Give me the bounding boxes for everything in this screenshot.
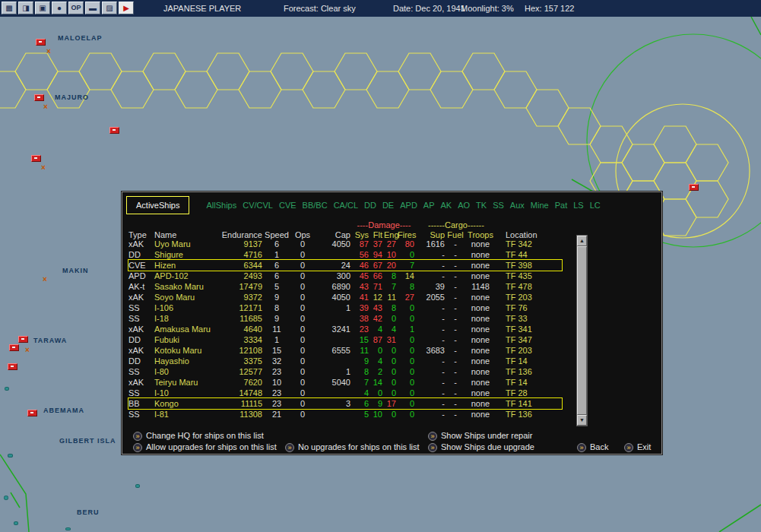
tab-cve[interactable]: CVE: [279, 201, 296, 210]
ship-row-apd-102[interactable]: APDAPD-1022493603004566814--noneTF 435: [128, 271, 562, 281]
unit-counter[interactable]: [27, 410, 37, 416]
tab-bb-bc[interactable]: BB/BC: [303, 201, 328, 210]
exit-button[interactable]: » Exit: [624, 442, 651, 452]
cell-ops: 0: [290, 271, 315, 281]
save-icon[interactable]: ◨: [18, 2, 33, 14]
cell-flt: 71: [370, 281, 384, 292]
ship-row-kotoku-maru[interactable]: xAKKotoku Maru121081506555110003683-none…: [128, 345, 562, 356]
cell-eng: 0: [384, 313, 398, 324]
units-icon[interactable]: ▩: [2, 2, 17, 14]
tab-ak[interactable]: AK: [441, 201, 452, 210]
island: [4, 496, 8, 500]
play-icon[interactable]: ▶: [119, 2, 134, 14]
tab-dd[interactable]: DD: [364, 201, 376, 210]
reports-icon[interactable]: ▣: [35, 2, 50, 14]
unit-counter[interactable]: [31, 155, 41, 162]
show-under-repair-button[interactable]: » Show Ships under repair: [428, 431, 532, 441]
ship-row-i-18[interactable]: SSI-181168590384200--noneTF 33: [128, 313, 562, 324]
scroll-down-button[interactable]: ▼: [577, 415, 587, 426]
cell-flt: 0: [370, 388, 384, 398]
ship-row-shigure[interactable]: DDShigure4716105694100--noneTF 44: [128, 249, 562, 260]
unit-counter[interactable]: [18, 336, 28, 343]
cell-sys: 46: [352, 260, 370, 271]
cell-eng: 0: [384, 388, 398, 398]
tab-allships[interactable]: AllShips: [206, 201, 236, 210]
map-label-abemama: ABEMAMA: [43, 407, 84, 414]
cell-ops: 0: [290, 366, 315, 377]
cell-cap: 3: [315, 398, 352, 409]
tab-ap[interactable]: AP: [423, 201, 435, 210]
map-icon[interactable]: ▬: [85, 2, 100, 14]
scroll-up-button[interactable]: ▲: [577, 236, 587, 246]
change-hq-button[interactable]: » Change HQ for ships on this list: [133, 431, 264, 441]
ship-row-soyo-maru[interactable]: xAKSoyo Maru9372904050411211272055-noneT…: [128, 292, 562, 302]
unit-counter[interactable]: [689, 184, 699, 191]
tab-mine[interactable]: Mine: [531, 201, 549, 210]
ship-row-hizen[interactable]: CVEHizen634460244667207--noneTF 398: [128, 260, 562, 271]
allow-upgrades-button[interactable]: » Allow upgrades for ships on this list: [133, 442, 277, 452]
cell-troops: none: [465, 388, 496, 398]
cell-endurance: 11685: [221, 313, 264, 324]
tab-aux[interactable]: Aux: [510, 201, 525, 210]
ship-row-teiryu-maru[interactable]: xAKTeiryu Maru7620100504071400--noneTF 1…: [128, 377, 562, 388]
cell-endurance: 7620: [221, 377, 264, 388]
tab-lc[interactable]: LC: [590, 201, 601, 210]
ship-row-kongo[interactable]: BBKongo11115230369170--noneTF 141: [128, 398, 562, 409]
cell-type: CVE: [128, 260, 154, 271]
unit-counter[interactable]: [8, 363, 17, 370]
no-upgrades-button[interactable]: » No upgrades for ships on this list: [285, 442, 420, 452]
unit-counter[interactable]: [9, 344, 19, 351]
tab-ca-cl[interactable]: CA/CL: [334, 201, 358, 210]
cell-fuel: -: [446, 292, 465, 302]
cell-sys: 8: [352, 366, 370, 377]
ship-row-i-81[interactable]: SSI-811130821051000--noneTF 136: [128, 409, 562, 420]
unit-counter[interactable]: [34, 94, 44, 101]
tab-cv-cvl[interactable]: CV/CVL: [243, 201, 273, 210]
cell-flt: 10: [370, 409, 384, 420]
action-arrow-icon: »: [133, 443, 142, 452]
tab-apd[interactable]: APD: [400, 201, 417, 210]
cell-fires: 27: [398, 292, 416, 302]
tab-tk[interactable]: TK: [476, 201, 487, 210]
player-label: JAPANESE PLAYER: [163, 4, 241, 13]
map-label-beru: BERU: [77, 508, 100, 516]
tab-active-ships[interactable]: ActiveShips: [126, 196, 189, 214]
cell-ops: 0: [290, 398, 315, 409]
cell-ops: 0: [290, 409, 315, 420]
cell-name: Uyo Maru: [154, 239, 221, 249]
show-due-upgrade-button[interactable]: » Show Ships due upgrade: [428, 442, 534, 452]
ship-row-fubuki[interactable]: DDFubuki3334101587310--noneTF 347: [128, 334, 562, 345]
tab-ss[interactable]: SS: [493, 201, 504, 210]
cell-troops: none: [465, 409, 496, 420]
cell-location: TF 347: [496, 334, 562, 345]
cell-name: I-18: [154, 313, 221, 324]
tab-pat[interactable]: Pat: [555, 201, 568, 210]
globe-icon[interactable]: ●: [52, 2, 67, 14]
ship-row-amakusa-maru[interactable]: xAKAmakusa Maru4640110324123441--noneTF …: [128, 324, 562, 334]
cell-sup: -: [416, 398, 446, 409]
ship-row-i-10[interactable]: SSI-10147482304000--noneTF 28: [128, 388, 562, 398]
cell-speed: 6: [264, 239, 290, 249]
ship-row-uyo-maru[interactable]: xAKUyo Maru9137604050873727801616-noneTF…: [128, 239, 562, 249]
cell-troops: none: [465, 313, 496, 324]
cell-fires: 0: [398, 409, 416, 420]
ship-row-i-106[interactable]: SSI-10612171801394380--noneTF 76: [128, 302, 562, 313]
ship-row-sasako-maru[interactable]: AK-tSasako Maru1747950689043717839-1148T…: [128, 281, 562, 292]
back-button[interactable]: » Back: [577, 442, 608, 452]
tab-ls[interactable]: LS: [573, 201, 583, 210]
cell-endurance: 6344: [221, 260, 264, 271]
tab-de[interactable]: DE: [382, 201, 394, 210]
unit-counter[interactable]: [36, 39, 46, 46]
cell-eng: 0: [384, 345, 398, 356]
intel-icon[interactable]: ▨: [102, 2, 117, 14]
cell-flt: 4: [370, 356, 384, 366]
scroll-thumb[interactable]: [577, 246, 587, 415]
ship-row-hayashio[interactable]: DDHayashio33753209400--noneTF 14: [128, 356, 562, 366]
unit-counter[interactable]: [109, 127, 119, 134]
action-arrow-icon: »: [624, 443, 633, 452]
operations-icon[interactable]: OP: [68, 2, 84, 14]
scrollbar[interactable]: ▲ ▼: [576, 235, 588, 426]
ship-row-i-80[interactable]: SSI-801257723018200--noneTF 136: [128, 366, 562, 377]
tab-ao[interactable]: AO: [458, 201, 470, 210]
cell-cap: [315, 249, 352, 260]
